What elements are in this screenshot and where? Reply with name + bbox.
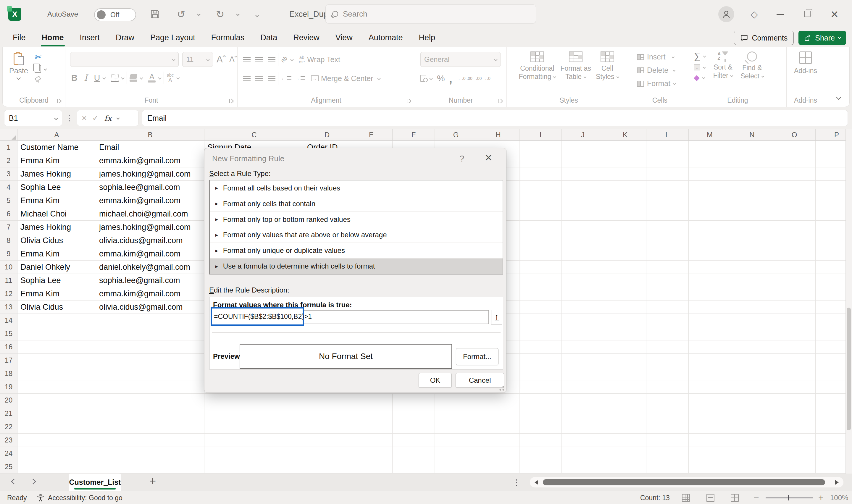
scrollbar-options-icon[interactable]: ⋮ (512, 478, 521, 487)
align-left-icon[interactable] (243, 76, 251, 81)
cell-K14[interactable] (604, 314, 647, 327)
vertical-scrollbar[interactable] (846, 129, 852, 473)
cell-I12[interactable] (520, 287, 562, 301)
cell-B23[interactable] (96, 434, 204, 447)
cell-M7[interactable] (689, 221, 731, 234)
tab-page-layout[interactable]: Page Layout (142, 29, 203, 47)
cell-N8[interactable] (731, 234, 773, 247)
cell-K4[interactable] (604, 181, 647, 194)
col-header-L[interactable]: L (647, 129, 689, 141)
cell-K19[interactable] (604, 380, 647, 394)
chevron-down-icon[interactable] (140, 76, 143, 79)
cell-M1[interactable] (689, 141, 731, 154)
cell-M12[interactable] (689, 287, 731, 301)
row-header-19[interactable]: 19 (0, 380, 17, 394)
page-layout-view-button[interactable] (706, 491, 714, 504)
cell-A21[interactable] (17, 407, 96, 420)
cell-M14[interactable] (689, 314, 731, 327)
tab-review[interactable]: Review (285, 29, 327, 47)
cell-L4[interactable] (647, 181, 689, 194)
cell-B19[interactable] (96, 380, 204, 394)
comma-style-icon[interactable]: , (449, 74, 452, 82)
col-header-G[interactable]: G (435, 129, 477, 141)
cell-K25[interactable] (604, 460, 647, 473)
cell-J4[interactable] (562, 181, 604, 194)
cell-I19[interactable] (520, 380, 562, 394)
cell-J12[interactable] (562, 287, 604, 301)
row-header-22[interactable]: 22 (0, 420, 17, 434)
cell-J17[interactable] (562, 354, 604, 367)
avatar[interactable] (718, 6, 734, 22)
cell-A24[interactable] (17, 447, 96, 460)
font-color-button[interactable]: A (148, 73, 156, 83)
dialog-help-icon[interactable]: ? (459, 154, 465, 164)
col-header-D[interactable]: D (304, 129, 350, 141)
cell-O12[interactable] (773, 287, 816, 301)
chevron-down-icon[interactable] (158, 76, 162, 79)
delete-cells-button[interactable]: Delete (637, 66, 689, 74)
wrap-text-button[interactable]: Wrap Text (307, 55, 340, 64)
cell-O8[interactable] (773, 234, 816, 247)
cell-A3[interactable]: James Hoking (17, 167, 96, 181)
cell-E21[interactable] (350, 407, 393, 420)
cell-L20[interactable] (647, 394, 689, 407)
cell-N10[interactable] (731, 260, 773, 274)
cell-N11[interactable] (731, 274, 773, 287)
cell-M2[interactable] (689, 154, 731, 167)
cell-K24[interactable] (604, 447, 647, 460)
cell-M17[interactable] (689, 354, 731, 367)
addins-button[interactable]: Add-ins (786, 52, 824, 75)
decrease-indent-icon[interactable]: ← (281, 76, 291, 81)
format-cells-button[interactable]: Format (637, 79, 689, 88)
row-header-12[interactable]: 12 (0, 287, 17, 301)
row-header-6[interactable]: 6 (0, 207, 17, 221)
cell-L19[interactable] (647, 380, 689, 394)
cell-E23[interactable] (350, 434, 393, 447)
cell-J19[interactable] (562, 380, 604, 394)
cell-C20[interactable] (204, 394, 304, 407)
add-sheet-button[interactable]: + (149, 475, 156, 487)
cell-J24[interactable] (562, 447, 604, 460)
cell-N20[interactable] (731, 394, 773, 407)
align-center-icon[interactable] (255, 76, 263, 81)
cell-L1[interactable] (647, 141, 689, 154)
confirm-entry-icon[interactable]: ✓ (92, 113, 99, 123)
accessibility-status[interactable]: Accessibility: Good to go (48, 491, 123, 504)
cell-I11[interactable] (520, 274, 562, 287)
cell-I15[interactable] (520, 327, 562, 340)
cell-K16[interactable] (604, 340, 647, 354)
orientation-icon[interactable]: ab (279, 55, 288, 64)
cell-O1[interactable] (773, 141, 816, 154)
cell-K18[interactable] (604, 367, 647, 380)
cell-D22[interactable] (304, 420, 350, 434)
cell-H20[interactable] (477, 394, 520, 407)
cell-O13[interactable] (773, 301, 816, 314)
cell-M10[interactable] (689, 260, 731, 274)
row-header-7[interactable]: 7 (0, 221, 17, 234)
cell-L13[interactable] (647, 301, 689, 314)
cell-L17[interactable] (647, 354, 689, 367)
cell-F20[interactable] (393, 394, 435, 407)
col-header-K[interactable]: K (604, 129, 647, 141)
cell-L16[interactable] (647, 340, 689, 354)
ok-button[interactable]: OK (419, 373, 452, 388)
cell-H23[interactable] (477, 434, 520, 447)
cell-I16[interactable] (520, 340, 562, 354)
row-header-11[interactable]: 11 (0, 274, 17, 287)
chevron-down-icon[interactable] (116, 116, 120, 120)
rule-type-item-1[interactable]: ►Format only cells that contain (210, 196, 503, 212)
cell-G25[interactable] (435, 460, 477, 473)
row-header-9[interactable]: 9 (0, 247, 17, 260)
decrease-font-size-icon[interactable]: Aˇ (229, 55, 237, 64)
row-header-23[interactable]: 23 (0, 434, 17, 447)
cell-A5[interactable]: Emma Kim (17, 194, 96, 207)
col-header-I[interactable]: I (520, 129, 562, 141)
cell-J11[interactable] (562, 274, 604, 287)
cell-N2[interactable] (731, 154, 773, 167)
cell-G23[interactable] (435, 434, 477, 447)
drag-handle-icon[interactable]: ⋮ (66, 113, 73, 123)
cell-M6[interactable] (689, 207, 731, 221)
font-name-select[interactable] (70, 52, 179, 67)
chevron-down-icon[interactable] (378, 77, 381, 80)
cell-K23[interactable] (604, 434, 647, 447)
